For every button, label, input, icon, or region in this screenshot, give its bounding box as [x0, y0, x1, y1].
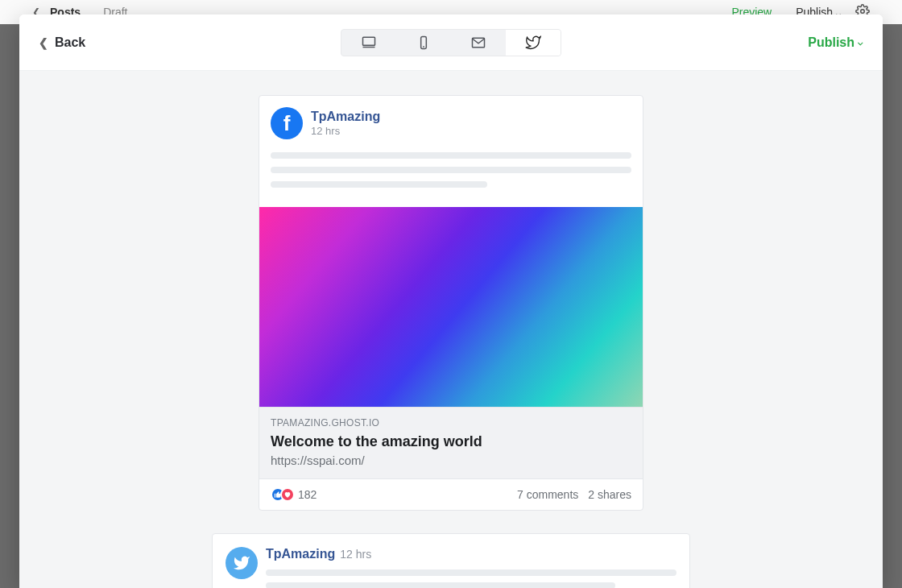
mobile-icon: [416, 35, 432, 51]
facebook-icon: f: [271, 107, 303, 139]
fb-page-name: TpAmazing: [311, 110, 380, 124]
preview-mode-tabs: [341, 29, 561, 56]
fb-reaction-icons: [271, 487, 290, 502]
back-button[interactable]: ❮ Back: [39, 35, 85, 50]
desktop-icon: [361, 35, 377, 51]
tab-desktop[interactable]: [341, 30, 396, 56]
heart-icon: [280, 487, 295, 502]
fb-link-preview: TPAMAZING.GHOST.IO Welcome to the amazin…: [259, 407, 643, 479]
fb-shares-count: 2 shares: [588, 488, 631, 501]
email-icon: [470, 35, 486, 51]
preview-modal: ❮ Back Publish ⌵ f: [19, 14, 883, 588]
tw-post-time: 12 hrs: [340, 548, 371, 561]
fb-footer: 182 7 comments 2 shares: [259, 479, 643, 510]
fb-link-domain: TPAMAZING.GHOST.IO: [271, 417, 631, 429]
tab-email[interactable]: [451, 30, 506, 56]
publish-label: Publish: [808, 35, 854, 50]
modal-body[interactable]: f TpAmazing 12 hrs TPAMAZING.GHOST.IO We…: [19, 71, 883, 588]
svg-point-0: [861, 9, 865, 13]
publish-button[interactable]: Publish ⌵: [808, 35, 863, 50]
fb-header: f TpAmazing 12 hrs: [259, 96, 643, 147]
twitter-preview-card: TpAmazing 12 hrs: [212, 533, 690, 588]
twitter-icon: [226, 547, 258, 579]
fb-feature-image: [259, 207, 643, 407]
tw-account-name: TpAmazing: [266, 547, 335, 561]
modal-header: ❮ Back Publish ⌵: [19, 14, 883, 71]
fb-comments-count: 7 comments: [517, 488, 578, 501]
fb-link-url: https://sspai.com/: [271, 453, 631, 467]
tab-social[interactable]: [506, 30, 561, 56]
tw-text-placeholder: [266, 569, 676, 588]
fb-reaction-count: 182: [298, 488, 317, 501]
chevron-down-icon: ⌵: [858, 37, 863, 48]
chevron-left-icon: ❮: [39, 36, 48, 49]
fb-text-placeholder: [259, 147, 643, 207]
fb-post-time: 12 hrs: [311, 125, 380, 137]
twitter-icon: [525, 35, 541, 51]
tw-header: TpAmazing 12 hrs: [226, 547, 676, 588]
facebook-preview-card: f TpAmazing 12 hrs TPAMAZING.GHOST.IO We…: [259, 95, 643, 511]
back-label: Back: [55, 35, 85, 50]
tab-mobile[interactable]: [396, 30, 451, 56]
fb-link-title: Welcome to the amazing world: [271, 433, 631, 450]
svg-rect-1: [363, 37, 375, 45]
